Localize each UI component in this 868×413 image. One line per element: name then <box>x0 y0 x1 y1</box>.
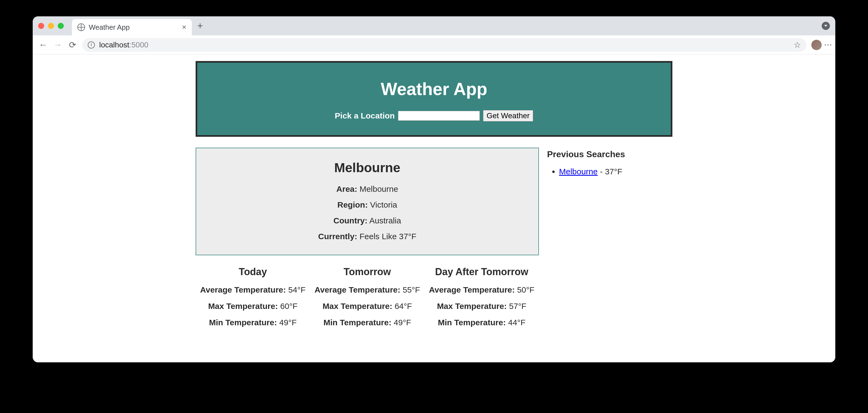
browser-menu-button[interactable]: ⋮ <box>827 41 830 49</box>
region-value: Victoria <box>370 200 397 209</box>
browser-tab[interactable]: Weather App × <box>72 19 192 35</box>
city-name: Melbourne <box>202 160 533 175</box>
address-bar[interactable]: i localhost:5000 ☆ <box>82 38 806 52</box>
previous-searches-title: Previous Searches <box>547 149 672 159</box>
currently-label: Currently: <box>318 232 357 241</box>
min-temp-value: 44°F <box>508 318 526 327</box>
window-controls <box>38 23 64 29</box>
min-temp-value: 49°F <box>394 318 411 327</box>
country-label: Country: <box>334 216 368 225</box>
currently-row: Currently: Feels Like 37°F <box>202 232 533 241</box>
new-tab-button[interactable]: + <box>197 20 203 32</box>
profile-avatar[interactable] <box>811 40 822 50</box>
close-tab-button[interactable]: × <box>182 23 186 32</box>
avg-temp-label: Average Temperature: <box>200 285 286 294</box>
country-row: Country: Australia <box>202 216 533 225</box>
page-content: Weather App Pick a Location Get Weather … <box>33 55 835 362</box>
hero-banner: Weather App Pick a Location Get Weather <box>196 61 672 137</box>
region-label: Region: <box>337 200 368 209</box>
forecast-title: Tomorrow <box>314 266 420 278</box>
previous-search-temp: 37°F <box>605 167 622 176</box>
reload-button[interactable]: ⟳ <box>68 40 78 50</box>
area-value: Melbourne <box>360 184 398 193</box>
avg-temp-value: 54°F <box>288 285 306 294</box>
get-weather-button[interactable]: Get Weather <box>483 110 533 122</box>
close-window-button[interactable] <box>38 23 44 29</box>
avg-temp-label: Average Temperature: <box>429 285 515 294</box>
previous-search-link[interactable]: Melbourne <box>559 167 598 176</box>
max-temp-label: Max Temperature: <box>322 301 392 311</box>
bookmark-icon[interactable]: ☆ <box>794 40 801 50</box>
avg-temp-value: 55°F <box>403 285 420 294</box>
page-title: Weather App <box>203 79 665 99</box>
tabstrip-menu-button[interactable] <box>822 22 830 30</box>
avg-temp-label: Average Temperature: <box>314 285 400 294</box>
min-temp-label: Min Temperature: <box>323 318 391 327</box>
forecast-day-after: Day After Tomorrow Average Temperature: … <box>429 266 534 334</box>
location-input[interactable] <box>398 111 480 121</box>
forecast-row: Today Average Temperature: 54°F Max Temp… <box>196 266 539 334</box>
currently-value: Feels Like 37°F <box>359 232 416 241</box>
separator: - <box>598 167 605 176</box>
min-temp-label: Min Temperature: <box>209 318 277 327</box>
forecast-tomorrow: Tomorrow Average Temperature: 55°F Max T… <box>314 266 420 334</box>
max-temp-label: Max Temperature: <box>437 301 507 311</box>
max-temp-value: 64°F <box>395 301 412 311</box>
browser-tabstrip: Weather App × + <box>33 17 835 35</box>
forecast-title: Day After Tomorrow <box>429 266 534 278</box>
browser-window: Weather App × + ← → ⟳ i localhost:5000 ☆… <box>33 17 835 362</box>
maximize-window-button[interactable] <box>58 23 64 29</box>
max-temp-value: 57°F <box>509 301 526 311</box>
country-value: Australia <box>369 216 401 225</box>
max-temp-label: Max Temperature: <box>208 301 278 311</box>
main-column: Melbourne Area: Melbourne Region: Victor… <box>196 148 539 334</box>
address-host: localhost <box>99 40 129 49</box>
search-label: Pick a Location <box>335 111 395 120</box>
region-row: Region: Victoria <box>202 200 533 210</box>
site-info-icon[interactable]: i <box>88 41 95 49</box>
forecast-today: Today Average Temperature: 54°F Max Temp… <box>200 266 305 334</box>
sidebar: Previous Searches Melbourne - 37°F <box>547 148 672 176</box>
globe-icon <box>78 24 85 31</box>
min-temp-label: Min Temperature: <box>438 318 506 327</box>
min-temp-value: 49°F <box>279 318 297 327</box>
browser-toolbar: ← → ⟳ i localhost:5000 ☆ ⋮ <box>33 35 835 55</box>
previous-searches-list: Melbourne - 37°F <box>547 167 672 176</box>
area-row: Area: Melbourne <box>202 184 533 194</box>
forecast-title: Today <box>200 266 305 278</box>
search-form: Pick a Location Get Weather <box>203 110 665 122</box>
back-button[interactable]: ← <box>38 40 48 50</box>
weather-card: Melbourne Area: Melbourne Region: Victor… <box>196 148 539 255</box>
avg-temp-value: 50°F <box>517 285 534 294</box>
max-temp-value: 60°F <box>280 301 298 311</box>
previous-search-item: Melbourne - 37°F <box>559 167 672 176</box>
area-label: Area: <box>337 184 358 193</box>
address-path: :5000 <box>129 40 149 49</box>
tab-title: Weather App <box>89 23 130 32</box>
content-row: Melbourne Area: Melbourne Region: Victor… <box>196 148 672 334</box>
minimize-window-button[interactable] <box>48 23 54 29</box>
forward-button[interactable]: → <box>53 40 63 50</box>
